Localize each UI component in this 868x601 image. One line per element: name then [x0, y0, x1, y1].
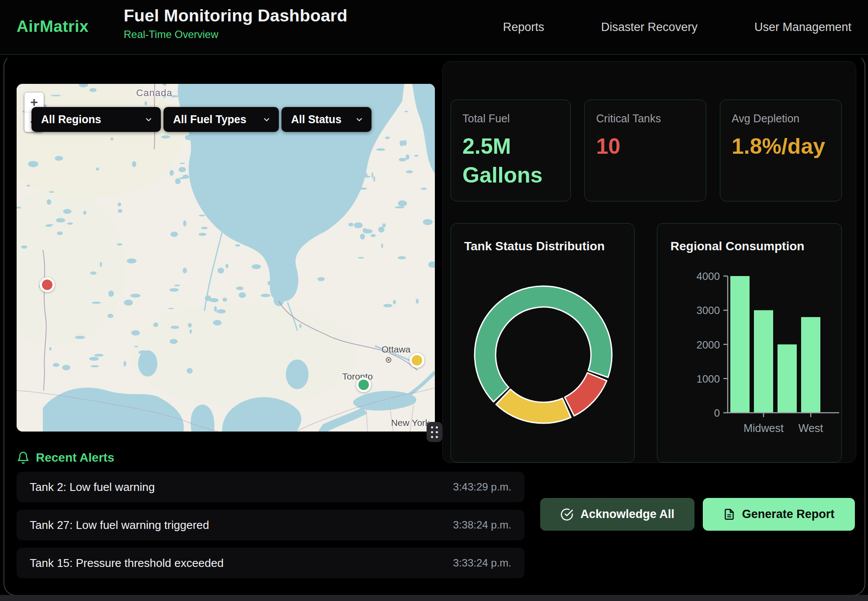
regional-consumption-bar-chart: 01000200030004000MidwestWest [657, 224, 842, 463]
nav-reports[interactable]: Reports [503, 21, 545, 34]
stat-card-total-fuel: Total Fuel 2.5M Gallons [451, 100, 571, 201]
alert-text: Tank 2: Low fuel warning [30, 480, 155, 494]
stat-card-avg-depletion: Avg Depletion 1.8%/day [720, 100, 842, 201]
alert-row[interactable]: Tank 27: Low fuel warning triggered 3:38… [17, 510, 524, 540]
status-filter-value: All Status [291, 113, 341, 126]
x-tick-label: West [799, 422, 823, 434]
tank-status-donut-chart [469, 280, 618, 429]
y-tick-label: 4000 [697, 270, 720, 282]
window-footer-bar [0, 595, 868, 601]
town-dot-icon [386, 357, 392, 363]
check-circle-icon [560, 508, 573, 521]
title-block: Fuel Monitoring Dashboard Real-Time Over… [124, 6, 347, 41]
map-filter-bar: All Regions All Fuel Types All Status [31, 107, 372, 132]
report-file-icon [723, 508, 735, 520]
recent-alerts-title: Recent Alerts [36, 451, 114, 465]
map-label-canada: Canada [136, 87, 172, 99]
chart-title: Tank Status Distribution [464, 239, 605, 253]
brand-logo: AirMatrix [17, 17, 89, 36]
map-resize-handle[interactable] [427, 422, 442, 442]
x-tick-label: Midwest [743, 422, 784, 434]
map-label-ottawa: Ottawa [382, 344, 411, 355]
alert-timestamp: 3:43:29 p.m. [453, 481, 511, 493]
tank-marker-warning[interactable] [410, 353, 424, 368]
stat-value: 10 [596, 132, 673, 161]
acknowledge-all-button[interactable]: Acknowledge All [540, 498, 694, 531]
generate-report-button[interactable]: Generate Report [703, 498, 855, 531]
map-label-new-york: New York [391, 418, 430, 428]
alert-timestamp: 3:33:24 p.m. [453, 557, 511, 569]
fuel-type-filter-select[interactable]: All Fuel Types [163, 107, 279, 132]
recent-alerts-header: Recent Alerts [17, 451, 114, 465]
regional-consumption-chart-card: Regional Consumption 01000200030004000Mi… [657, 223, 842, 463]
bar-1 [754, 310, 773, 413]
donut-segment-warning [496, 389, 571, 423]
stat-value: 2.5M Gallons [462, 132, 539, 190]
tank-marker-critical[interactable] [40, 277, 55, 292]
page-title: Fuel Monitoring Dashboard [124, 6, 347, 25]
region-filter-select[interactable]: All Regions [31, 107, 161, 132]
alert-row[interactable]: Tank 15: Pressure threshold exceeded 3:3… [17, 548, 524, 578]
tank-status-chart-card: Tank Status Distribution [451, 223, 635, 463]
generate-report-label: Generate Report [742, 508, 835, 521]
stat-label: Total Fuel [462, 112, 559, 125]
fuel-type-filter-value: All Fuel Types [173, 113, 247, 126]
stat-label: Avg Depletion [732, 112, 830, 125]
nav-user-management[interactable]: User Management [754, 21, 851, 34]
donut-segment-critical [565, 373, 607, 416]
chevron-down-icon [254, 115, 271, 124]
bell-icon [17, 451, 30, 465]
nav-disaster-recovery[interactable]: Disaster Recovery [601, 21, 698, 34]
y-tick-label: 0 [714, 407, 720, 419]
stat-card-critical-tanks: Critical Tanks 10 [584, 100, 706, 201]
main-nav: Reports Disaster Recovery User Managemen… [503, 0, 851, 54]
region-filter-value: All Regions [41, 113, 101, 126]
page-subtitle: Real-Time Overview [124, 28, 347, 41]
alert-timestamp: 3:38:24 p.m. [453, 519, 511, 531]
stat-value: 1.8%/day [732, 132, 808, 161]
acknowledge-all-label: Acknowledge All [580, 508, 674, 521]
bar-3 [801, 317, 820, 413]
y-tick-label: 1000 [697, 373, 720, 385]
fuel-map[interactable]: Canada Ottawa Toronto New York + − All R… [17, 84, 435, 432]
y-tick-label: 3000 [697, 304, 720, 316]
chevron-down-icon [347, 115, 364, 124]
metrics-panel: Total Fuel 2.5M Gallons Critical Tanks 1… [442, 61, 856, 463]
alert-text: Tank 15: Pressure threshold exceeded [30, 556, 224, 570]
alert-row[interactable]: Tank 2: Low fuel warning 3:43:29 p.m. [17, 472, 524, 502]
tank-marker-normal[interactable] [356, 377, 371, 392]
app-header: AirMatrix Fuel Monitoring Dashboard Real… [0, 0, 868, 55]
bar-2 [778, 345, 797, 413]
status-filter-select[interactable]: All Status [281, 107, 372, 132]
y-tick-label: 2000 [697, 339, 720, 351]
alert-text: Tank 27: Low fuel warning triggered [30, 518, 209, 532]
bar-0 [730, 276, 750, 413]
stat-label: Critical Tanks [596, 112, 694, 125]
chevron-down-icon [136, 115, 153, 124]
